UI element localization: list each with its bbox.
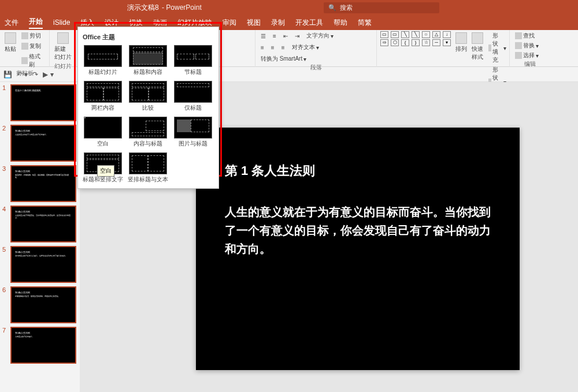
format-painter-button[interactable]: 格式刷 — [20, 52, 46, 69]
replace-icon — [515, 42, 522, 49]
cut-icon — [21, 32, 28, 39]
layout-section-header[interactable]: 节标题 — [172, 44, 214, 77]
shape-rect[interactable]: ▭ — [380, 31, 388, 38]
thumbnail-7[interactable]: 第1条人生法则为有意义的目标而奋斗。 — [10, 327, 76, 364]
tab-transitions[interactable]: 切换 — [129, 18, 143, 28]
new-slide-button[interactable]: 新建 幻灯片 — [53, 31, 73, 62]
shapes-gallery[interactable]: ▭▭╲╲○△↓ ⇨⬡{}☆─▾ — [380, 31, 452, 46]
layout-picture-caption[interactable]: 图片与标题 — [172, 115, 214, 149]
quickstyles-button[interactable]: 快速样式 — [470, 31, 484, 62]
cut-button[interactable]: 剪切 — [20, 31, 46, 40]
group-label: 段落 — [259, 64, 373, 72]
replace-button[interactable]: 替换 ▾ — [513, 41, 540, 50]
thumbnail-5[interactable]: 第1条人生法则找到有意义的目标并为之奋斗。这样你会发现自己有了奋斗的动力。 — [10, 246, 76, 283]
find-button[interactable]: 查找 — [513, 31, 536, 40]
thumbnail-6[interactable]: 第1条人生法则昂首挺胸面对生活。接受生活的挑战，承担起自己的责任。 — [10, 286, 76, 323]
current-slide[interactable]: 第 1 条人生法则 人生的意义就在于为有意义的目标而奋斗。当你找到了一个有意义的… — [196, 128, 520, 370]
tab-review[interactable]: 审阅 — [223, 18, 236, 28]
layout-two-content[interactable]: 两栏内容 — [81, 80, 124, 113]
brush-icon — [21, 57, 28, 64]
layout-title-content[interactable]: 标题和内容 — [127, 44, 169, 77]
thumbnail-1[interactable]: 生活十二条法则 挑战混乱 — [10, 84, 76, 121]
smartart-button[interactable]: 转换为 SmartArt ▾ — [259, 54, 308, 64]
text-direction-button[interactable]: 文字方向 ▾ — [305, 31, 335, 40]
layout-blank[interactable]: 空白 — [81, 115, 124, 149]
arrange-button[interactable]: 排列 — [454, 31, 468, 54]
thumb-number: 1 — [2, 84, 8, 121]
shape-hex[interactable]: ⬡ — [391, 39, 399, 46]
group-label: 剪贴板 — [3, 69, 46, 77]
copy-button[interactable]: 复制 — [20, 42, 46, 51]
quickstyles-icon — [472, 32, 483, 44]
tooltip: 空白 — [97, 165, 114, 177]
tab-design[interactable]: 设计 — [105, 18, 118, 28]
shape-brace2[interactable]: } — [412, 39, 420, 46]
tab-islide[interactable]: iSlide — [53, 18, 70, 27]
thumbnail-panel[interactable]: 1生活十二条法则 挑战混乱 2第1条人生法则人生的意义就在于为有意义的目标而奋斗… — [0, 82, 80, 392]
shape-oval[interactable]: ○ — [422, 31, 430, 38]
title-bar: 演示文稿8 - PowerPoint 🔍 搜索 — [0, 0, 578, 15]
tab-developer[interactable]: 开发工具 — [295, 18, 323, 28]
tab-slideshow[interactable]: 幻灯片放映 — [177, 18, 212, 28]
tab-insert[interactable]: 插入 — [80, 18, 94, 28]
dropdown-header: Office 主题 — [81, 31, 215, 44]
tab-home[interactable]: 开始 — [29, 17, 43, 29]
group-slides: 新建 幻灯片 幻灯片 — [50, 30, 76, 67]
paste-button[interactable]: 粘贴 — [3, 31, 17, 54]
tab-file[interactable]: 文件 — [5, 18, 18, 28]
search-box[interactable]: 🔍 搜索 — [324, 2, 439, 13]
layout-dropdown: Office 主题 标题幻灯片 标题和内容 节标题 两栏内容 比较 仅标题 空白… — [77, 27, 219, 189]
layout-content-caption[interactable]: 内容与标题 — [127, 115, 169, 149]
shape-line3[interactable]: ─ — [432, 39, 440, 46]
group-label: 编辑 — [513, 60, 547, 68]
thumb-number: 4 — [2, 206, 8, 242]
indent-dec-button[interactable]: ⇤ — [281, 31, 290, 40]
indent-inc-button[interactable]: ⇥ — [293, 31, 301, 40]
align-center-button[interactable]: ≡ — [269, 43, 276, 52]
numbering-button[interactable]: ≡ — [271, 31, 278, 40]
align-left-button[interactable]: ≡ — [259, 43, 266, 52]
tab-view[interactable]: 视图 — [247, 18, 261, 28]
select-icon — [515, 52, 522, 59]
layout-vertical-title[interactable]: 竖排标题与文本 — [127, 151, 169, 185]
shape-line2[interactable]: ╲ — [412, 31, 420, 38]
thumb-number: 2 — [2, 125, 8, 162]
layout-comparison[interactable]: 比较 — [127, 80, 169, 113]
thumbnail-2[interactable]: 第1条人生法则人生的意义就在于为有意义的目标而奋斗。 — [10, 125, 76, 162]
align-right-button[interactable]: ≡ — [280, 43, 287, 52]
slide-title[interactable]: 第 1 条人生法则 — [225, 162, 491, 180]
layout-title-only[interactable]: 仅标题 — [172, 80, 214, 113]
thumbnail-3[interactable]: 第1条人生法则挺直腰板，昂首挺胸。站直，挺起胸膛，意味着睁大双眼看清生活的重任。 — [10, 165, 76, 202]
shape-arrow2[interactable]: ⇨ — [380, 39, 388, 46]
shape-rect2[interactable]: ▭ — [391, 31, 399, 38]
slide-body[interactable]: 人生的意义就在于为有意义的目标而奋斗。当你找到了一个有意义的目标，你会发现自己有… — [225, 203, 491, 258]
app-name: - PowerPoint — [162, 3, 202, 12]
group-paragraph: ☰ ≡ ⇤ ⇥ 文字方向 ▾ ≡ ≡ ≡ 对齐文本 ▾ 转换为 SmartArt… — [255, 30, 377, 67]
tab-help[interactable]: 帮助 — [334, 18, 347, 28]
shape-line[interactable]: ╲ — [401, 31, 409, 38]
tab-record[interactable]: 录制 — [271, 18, 285, 28]
search-placeholder: 搜索 — [340, 3, 353, 12]
tab-jianfan[interactable]: 简繁 — [358, 18, 372, 28]
bullets-button[interactable]: ☰ — [259, 31, 268, 40]
layout-title-slide[interactable]: 标题幻灯片 — [81, 44, 124, 77]
shape-fill-button[interactable]: 形状填充 ▾ — [487, 31, 508, 65]
shape-brace[interactable]: { — [401, 39, 409, 46]
tab-animations[interactable]: 动画 — [153, 18, 167, 28]
shape-star[interactable]: ☆ — [422, 39, 430, 46]
search-icon: 🔍 — [328, 4, 336, 12]
thumb-number: 6 — [2, 286, 8, 323]
shape-arrow[interactable]: ↓ — [443, 31, 451, 38]
shape-more[interactable]: ▾ — [443, 39, 451, 46]
group-drawing: ▭▭╲╲○△↓ ⇨⬡{}☆─▾ 排列 快速样式 形状填充 ▾ 形状轮廓 ▾ 形状… — [377, 30, 510, 67]
document-title: 演示文稿8 — [127, 3, 159, 13]
shape-tri[interactable]: △ — [432, 31, 440, 38]
group-clipboard: 粘贴 剪切 复制 格式刷 剪贴板 — [0, 30, 50, 67]
thumbnail-4[interactable]: 第1条人生法则人生的意义在于承担责任。当你承担起自己的责任时，生活就会变得有意义… — [10, 206, 76, 242]
group-label: 幻灯片 — [53, 62, 72, 70]
select-button[interactable]: 选择 ▾ — [513, 51, 540, 60]
align-text-button[interactable]: 对齐文本 ▾ — [290, 43, 321, 52]
copy-icon — [21, 43, 28, 50]
paste-icon — [5, 32, 16, 44]
thumb-number: 7 — [2, 327, 8, 364]
